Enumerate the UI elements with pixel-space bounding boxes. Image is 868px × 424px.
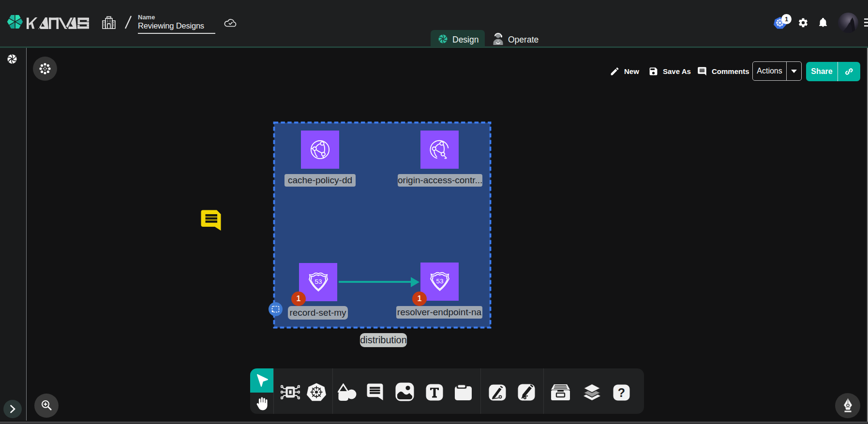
svg-text:53: 53 [314,278,322,285]
svg-text:53: 53 [436,278,443,285]
svg-text:?: ? [618,386,625,399]
